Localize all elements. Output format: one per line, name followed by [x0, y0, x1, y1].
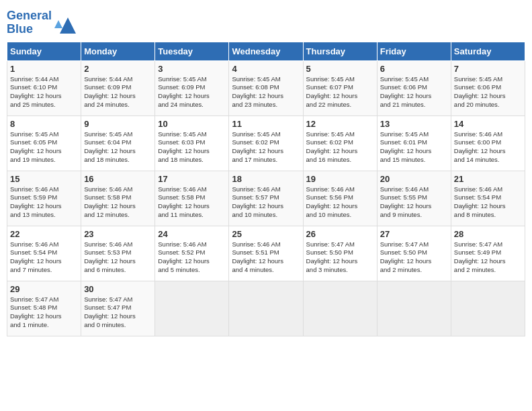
calendar-week-5: 29Sunrise: 5:47 AM Sunset: 5:48 PM Dayli… — [7, 281, 525, 336]
day-info: Sunrise: 5:47 AM Sunset: 5:47 PM Dayligh… — [84, 295, 152, 330]
day-number: 10 — [158, 119, 226, 129]
day-info: Sunrise: 5:45 AM Sunset: 6:06 PM Dayligh… — [454, 75, 522, 109]
logo-icon — [54, 15, 73, 31]
svg-marker-1 — [54, 20, 62, 28]
page-header: GeneralBlue — [7, 7, 525, 36]
day-info: Sunrise: 5:46 AM Sunset: 5:51 PM Dayligh… — [232, 240, 300, 275]
day-info: Sunrise: 5:47 AM Sunset: 5:50 PM Dayligh… — [306, 240, 374, 275]
svg-marker-0 — [60, 17, 76, 34]
day-info: Sunrise: 5:44 AM Sunset: 6:10 PM Dayligh… — [10, 75, 78, 109]
calendar-cell: 27Sunrise: 5:47 AM Sunset: 5:50 PM Dayli… — [377, 226, 451, 281]
calendar-cell: 28Sunrise: 5:47 AM Sunset: 5:49 PM Dayli… — [451, 226, 525, 281]
calendar-cell: 7Sunrise: 5:45 AM Sunset: 6:06 PM Daylig… — [451, 60, 525, 116]
calendar-table: SundayMondayTuesdayWednesdayThursdayFrid… — [7, 42, 525, 336]
weekday-col-saturday: Saturday — [451, 42, 525, 60]
calendar-body: 1Sunrise: 5:44 AM Sunset: 6:10 PM Daylig… — [7, 60, 525, 336]
calendar-cell: 23Sunrise: 5:46 AM Sunset: 5:53 PM Dayli… — [81, 226, 155, 281]
day-number: 16 — [84, 174, 152, 184]
calendar-cell: 14Sunrise: 5:46 AM Sunset: 6:00 PM Dayli… — [451, 116, 525, 171]
day-number: 15 — [10, 174, 78, 184]
day-number: 27 — [380, 229, 448, 239]
day-number: 19 — [306, 174, 374, 184]
calendar-cell: 16Sunrise: 5:46 AM Sunset: 5:58 PM Dayli… — [81, 171, 155, 226]
day-info: Sunrise: 5:47 AM Sunset: 5:49 PM Dayligh… — [454, 240, 522, 275]
day-info: Sunrise: 5:46 AM Sunset: 5:58 PM Dayligh… — [84, 185, 152, 220]
day-number: 3 — [158, 64, 226, 74]
calendar-cell: 22Sunrise: 5:46 AM Sunset: 5:54 PM Dayli… — [7, 226, 81, 281]
day-info: Sunrise: 5:47 AM Sunset: 5:50 PM Dayligh… — [380, 240, 448, 275]
calendar-cell: 25Sunrise: 5:46 AM Sunset: 5:51 PM Dayli… — [229, 226, 303, 281]
day-info: Sunrise: 5:45 AM Sunset: 6:03 PM Dayligh… — [158, 130, 226, 165]
weekday-col-sunday: Sunday — [7, 42, 81, 60]
calendar-cell: 8Sunrise: 5:45 AM Sunset: 6:05 PM Daylig… — [7, 116, 81, 171]
day-number: 29 — [10, 284, 78, 294]
day-info: Sunrise: 5:46 AM Sunset: 5:59 PM Dayligh… — [10, 185, 78, 220]
day-info: Sunrise: 5:46 AM Sunset: 5:54 PM Dayligh… — [454, 185, 522, 220]
calendar-cell: 10Sunrise: 5:45 AM Sunset: 6:03 PM Dayli… — [155, 116, 229, 171]
day-number: 30 — [84, 284, 152, 294]
day-number: 14 — [454, 119, 522, 129]
weekday-col-friday: Friday — [377, 42, 451, 60]
day-number: 4 — [232, 64, 300, 74]
calendar-week-3: 15Sunrise: 5:46 AM Sunset: 5:59 PM Dayli… — [7, 171, 525, 226]
day-number: 20 — [380, 174, 448, 184]
calendar-cell: 17Sunrise: 5:46 AM Sunset: 5:58 PM Dayli… — [155, 171, 229, 226]
day-number: 25 — [232, 229, 300, 239]
day-info: Sunrise: 5:45 AM Sunset: 6:01 PM Dayligh… — [380, 130, 448, 165]
calendar-cell: 12Sunrise: 5:45 AM Sunset: 6:02 PM Dayli… — [303, 116, 377, 171]
calendar-cell: 24Sunrise: 5:46 AM Sunset: 5:52 PM Dayli… — [155, 226, 229, 281]
day-number: 11 — [232, 119, 300, 129]
calendar-cell: 18Sunrise: 5:46 AM Sunset: 5:57 PM Dayli… — [229, 171, 303, 226]
day-number: 8 — [10, 119, 78, 129]
day-number: 7 — [454, 64, 522, 74]
calendar-week-2: 8Sunrise: 5:45 AM Sunset: 6:05 PM Daylig… — [7, 116, 525, 171]
day-number: 12 — [306, 119, 374, 129]
calendar-week-4: 22Sunrise: 5:46 AM Sunset: 5:54 PM Dayli… — [7, 226, 525, 281]
weekday-col-monday: Monday — [81, 42, 155, 60]
day-info: Sunrise: 5:45 AM Sunset: 6:08 PM Dayligh… — [232, 75, 300, 109]
day-number: 26 — [306, 229, 374, 239]
calendar-week-1: 1Sunrise: 5:44 AM Sunset: 6:10 PM Daylig… — [7, 60, 525, 116]
calendar-cell: 9Sunrise: 5:45 AM Sunset: 6:04 PM Daylig… — [81, 116, 155, 171]
day-info: Sunrise: 5:47 AM Sunset: 5:48 PM Dayligh… — [10, 295, 78, 330]
day-info: Sunrise: 5:46 AM Sunset: 5:53 PM Dayligh… — [84, 240, 152, 275]
calendar-cell: 4Sunrise: 5:45 AM Sunset: 6:08 PM Daylig… — [229, 60, 303, 116]
logo: GeneralBlue — [7, 9, 73, 36]
day-number: 5 — [306, 64, 374, 74]
day-number: 17 — [158, 174, 226, 184]
day-info: Sunrise: 5:46 AM Sunset: 5:54 PM Dayligh… — [10, 240, 78, 275]
logo-text: GeneralBlue — [7, 9, 52, 36]
calendar-cell: 15Sunrise: 5:46 AM Sunset: 5:59 PM Dayli… — [7, 171, 81, 226]
day-info: Sunrise: 5:46 AM Sunset: 6:00 PM Dayligh… — [454, 130, 522, 165]
calendar-cell: 29Sunrise: 5:47 AM Sunset: 5:48 PM Dayli… — [7, 281, 81, 336]
day-info: Sunrise: 5:45 AM Sunset: 6:02 PM Dayligh… — [306, 130, 374, 165]
day-number: 9 — [84, 119, 152, 129]
calendar-cell: 19Sunrise: 5:46 AM Sunset: 5:56 PM Dayli… — [303, 171, 377, 226]
day-number: 23 — [84, 229, 152, 239]
calendar-cell: 5Sunrise: 5:45 AM Sunset: 6:07 PM Daylig… — [303, 60, 377, 116]
calendar-cell — [229, 281, 303, 336]
calendar-cell: 3Sunrise: 5:45 AM Sunset: 6:09 PM Daylig… — [155, 60, 229, 116]
calendar-cell: 6Sunrise: 5:45 AM Sunset: 6:06 PM Daylig… — [377, 60, 451, 116]
day-number: 2 — [84, 64, 152, 74]
day-number: 24 — [158, 229, 226, 239]
day-number: 22 — [10, 229, 78, 239]
day-info: Sunrise: 5:44 AM Sunset: 6:09 PM Dayligh… — [84, 75, 152, 109]
day-info: Sunrise: 5:45 AM Sunset: 6:06 PM Dayligh… — [380, 75, 448, 109]
calendar-cell: 20Sunrise: 5:46 AM Sunset: 5:55 PM Dayli… — [377, 171, 451, 226]
calendar-cell: 13Sunrise: 5:45 AM Sunset: 6:01 PM Dayli… — [377, 116, 451, 171]
calendar-cell — [155, 281, 229, 336]
day-info: Sunrise: 5:45 AM Sunset: 6:05 PM Dayligh… — [10, 130, 78, 165]
day-number: 1 — [10, 64, 78, 74]
weekday-col-wednesday: Wednesday — [229, 42, 303, 60]
day-info: Sunrise: 5:45 AM Sunset: 6:04 PM Dayligh… — [84, 130, 152, 165]
weekday-col-tuesday: Tuesday — [155, 42, 229, 60]
day-info: Sunrise: 5:45 AM Sunset: 6:07 PM Dayligh… — [306, 75, 374, 109]
calendar-cell: 21Sunrise: 5:46 AM Sunset: 5:54 PM Dayli… — [451, 171, 525, 226]
calendar-cell — [377, 281, 451, 336]
calendar-cell: 11Sunrise: 5:45 AM Sunset: 6:02 PM Dayli… — [229, 116, 303, 171]
day-info: Sunrise: 5:46 AM Sunset: 5:56 PM Dayligh… — [306, 185, 374, 220]
day-number: 13 — [380, 119, 448, 129]
day-info: Sunrise: 5:45 AM Sunset: 6:02 PM Dayligh… — [232, 130, 300, 165]
day-info: Sunrise: 5:46 AM Sunset: 5:55 PM Dayligh… — [380, 185, 448, 220]
